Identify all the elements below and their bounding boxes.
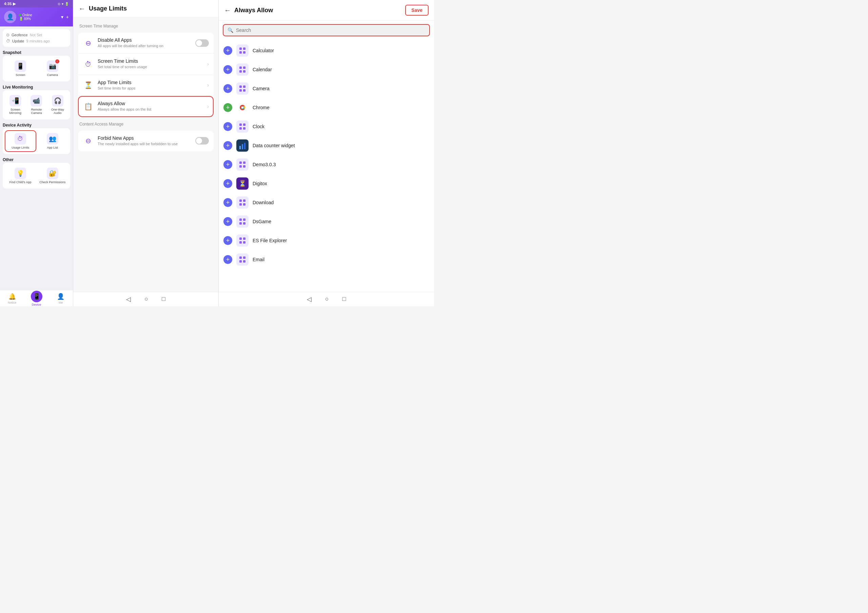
app-item[interactable]: +Clock bbox=[219, 117, 434, 136]
right-phone-nav: ◁ ○ □ bbox=[219, 292, 434, 306]
online-label: Online bbox=[22, 13, 32, 17]
app-item[interactable]: +Email bbox=[219, 250, 434, 269]
svg-rect-22 bbox=[239, 161, 242, 164]
app-item[interactable]: +DsGame bbox=[219, 212, 434, 231]
app-list-item[interactable]: 👥 App List bbox=[38, 131, 68, 151]
middle-nav-recent[interactable]: □ bbox=[162, 295, 166, 303]
svg-point-14 bbox=[242, 107, 243, 109]
snapshot-camera-item[interactable]: 📷 ! Camera bbox=[38, 58, 68, 79]
middle-nav-back[interactable]: ◁ bbox=[126, 295, 131, 303]
middle-back-button[interactable]: ← bbox=[79, 5, 85, 12]
remote-camera-item[interactable]: 📹 Remote Camera bbox=[26, 93, 46, 117]
device-nav-icon: 📱 bbox=[31, 291, 42, 302]
app-item[interactable]: +Calendar bbox=[219, 60, 434, 79]
screen-time-limits-item[interactable]: ⏱ Screen Time Limits Set total time of s… bbox=[78, 54, 214, 74]
save-button[interactable]: Save bbox=[405, 5, 429, 16]
forbid-new-apps-toggle[interactable] bbox=[195, 137, 209, 144]
disable-all-apps-text: Disable All Apps All apps will be disabl… bbox=[98, 37, 191, 48]
app-item[interactable]: + Chrome bbox=[219, 98, 434, 117]
find-child-item[interactable]: 💡 Find Child's App bbox=[5, 166, 36, 186]
me-nav-item[interactable]: 👤 Me bbox=[48, 290, 73, 306]
status-time: 4:35 ▶ bbox=[4, 2, 16, 6]
app-icon bbox=[236, 253, 248, 265]
middle-nav-home[interactable]: ○ bbox=[144, 295, 148, 303]
app-icon bbox=[236, 101, 248, 114]
right-nav-home[interactable]: ○ bbox=[325, 295, 329, 303]
add-button[interactable]: + bbox=[66, 14, 69, 20]
remote-camera-icon: 📹 bbox=[31, 95, 42, 107]
add-app-button[interactable]: + bbox=[223, 255, 232, 264]
screen-time-manage-card: ⊖ Disable All Apps All apps will be disa… bbox=[78, 33, 214, 117]
dropdown-icon[interactable]: ▾ bbox=[61, 14, 64, 20]
app-item[interactable]: +⏳Digitox bbox=[219, 174, 434, 193]
always-allow-chevron: › bbox=[207, 104, 209, 110]
remote-camera-label: Remote Camera bbox=[28, 108, 45, 115]
check-permissions-item[interactable]: 🔐 Check Permissions bbox=[38, 166, 68, 186]
device-nav-item[interactable]: 📱 Device bbox=[25, 290, 49, 306]
check-permissions-icon: 🔐 bbox=[47, 168, 58, 179]
svg-rect-17 bbox=[239, 127, 242, 130]
forbid-new-apps-item[interactable]: ⊖ Forbid New Apps The newly installed ap… bbox=[78, 130, 214, 151]
app-icon bbox=[236, 196, 248, 209]
add-app-button[interactable]: + bbox=[223, 46, 232, 55]
disable-all-apps-item[interactable]: ⊖ Disable All Apps All apps will be disa… bbox=[78, 33, 214, 54]
app-item[interactable]: +Data counter widget bbox=[219, 136, 434, 155]
one-way-audio-item[interactable]: 🎧 One-Way Audio bbox=[48, 93, 67, 117]
disable-all-apps-toggle[interactable] bbox=[195, 39, 209, 47]
add-app-button[interactable]: + bbox=[223, 103, 232, 112]
screen-mirroring-item[interactable]: 📲 Screen Mirroring bbox=[5, 93, 25, 117]
add-app-button[interactable]: + bbox=[223, 65, 232, 74]
other-grid: 💡 Find Child's App 🔐 Check Permissions bbox=[5, 166, 67, 186]
svg-rect-21 bbox=[244, 143, 245, 149]
screen-time-limits-text: Screen Time Limits Set total time of scr… bbox=[98, 58, 203, 70]
battery-icon-small: 🔋 bbox=[19, 17, 23, 21]
notice-nav-item[interactable]: 🔔 Notice bbox=[0, 290, 25, 306]
status-icons: ⊙ ▾ 🔋 bbox=[57, 2, 69, 6]
middle-phone-nav: ◁ ○ □ bbox=[73, 292, 219, 306]
find-child-icon: 💡 bbox=[15, 168, 26, 179]
always-allow-item[interactable]: 📋 Always Allow Always allow the apps on … bbox=[78, 96, 214, 117]
info-card: ⊙ Geofence Not Set ⏱ Update 9 minutes ag… bbox=[3, 29, 70, 47]
app-time-limits-icon: ⏳ bbox=[83, 80, 94, 91]
app-item[interactable]: +Download bbox=[219, 193, 434, 212]
add-app-button[interactable]: + bbox=[223, 179, 232, 188]
right-nav-recent[interactable]: □ bbox=[343, 295, 346, 303]
snapshot-camera-icon: 📷 ! bbox=[47, 61, 58, 72]
svg-rect-40 bbox=[239, 260, 242, 262]
app-time-limits-desc: Set time limits for apps bbox=[98, 86, 203, 91]
app-time-limits-chevron: › bbox=[207, 82, 209, 88]
always-allow-icon: 📋 bbox=[83, 101, 94, 112]
svg-rect-6 bbox=[239, 70, 242, 73]
search-bar[interactable]: 🔍 bbox=[223, 24, 430, 36]
app-icon bbox=[236, 120, 248, 133]
add-app-button[interactable]: + bbox=[223, 236, 232, 245]
battery-info: 🔋 89% bbox=[19, 17, 32, 21]
svg-rect-26 bbox=[239, 199, 242, 202]
usage-limits-label: Usage Limits bbox=[11, 146, 29, 149]
app-list: +Calculator+Calendar+Camera+ Chrome+Cloc… bbox=[219, 40, 434, 292]
add-app-button[interactable]: + bbox=[223, 198, 232, 207]
avatar: 👤 bbox=[4, 11, 16, 23]
app-name-label: DsGame bbox=[253, 219, 271, 224]
add-app-button[interactable]: + bbox=[223, 160, 232, 169]
svg-rect-29 bbox=[243, 203, 245, 206]
app-item[interactable]: +Demo3.0.3 bbox=[219, 155, 434, 174]
add-app-button[interactable]: + bbox=[223, 141, 232, 150]
svg-rect-35 bbox=[243, 237, 245, 240]
snapshot-screen-item[interactable]: 📱 Screen bbox=[5, 58, 36, 79]
svg-rect-34 bbox=[239, 237, 242, 240]
usage-limits-item[interactable]: ⏱ Usage Limits bbox=[5, 131, 36, 151]
header-actions[interactable]: ▾ + bbox=[61, 14, 69, 20]
add-app-button[interactable]: + bbox=[223, 122, 232, 131]
app-time-limits-item[interactable]: ⏳ App Time Limits Set time limits for ap… bbox=[78, 75, 214, 96]
right-nav-back[interactable]: ◁ bbox=[307, 295, 312, 303]
search-input[interactable] bbox=[236, 28, 425, 33]
app-item[interactable]: +Camera bbox=[219, 79, 434, 98]
screen-time-limits-desc: Set total time of screen usage bbox=[98, 64, 203, 70]
add-app-button[interactable]: + bbox=[223, 84, 232, 93]
app-item[interactable]: +Calculator bbox=[219, 41, 434, 60]
right-back-button[interactable]: ← bbox=[224, 6, 231, 14]
add-app-button[interactable]: + bbox=[223, 217, 232, 226]
app-item[interactable]: +ES File Explorer bbox=[219, 231, 434, 250]
forbid-new-apps-desc: The newly installed apps will be forbidd… bbox=[98, 141, 191, 147]
